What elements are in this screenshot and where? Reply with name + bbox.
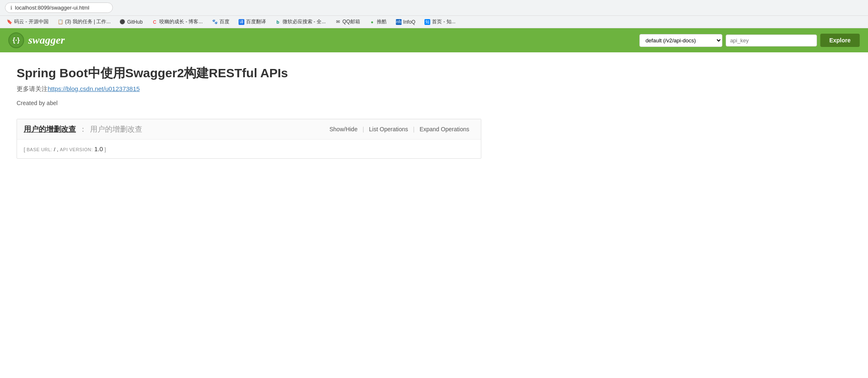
resource-separator: ： [79, 124, 87, 134]
resource-description: 用户的增删改查 [90, 124, 142, 134]
bookmarks-bar: 🔖 码云 - 开源中国 📋 (3) 我的任务 | 工作... ⚫ GitHub … [0, 16, 868, 28]
created-by: Created by abel [17, 100, 481, 106]
bookmark-label: QQ邮箱 [342, 18, 360, 25]
bookmark-icon-translate: 译 [239, 19, 244, 25]
bookmark-icon-mayun: 🔖 [7, 19, 12, 25]
resource-name[interactable]: 用户的增删改查 [24, 124, 76, 134]
bookmark-label: 百度 [219, 18, 229, 25]
bookmark-label: 首页 - 知... [432, 18, 456, 25]
swagger-controls: default (/v2/api-docs) Explore [639, 34, 860, 47]
bookmark-label: (3) 我的任务 | 工作... [65, 18, 111, 25]
address-bar[interactable]: ℹ localhost:8099/swagger-ui.html [5, 2, 113, 13]
bookmark-tuiku[interactable]: ● 推酷 [367, 17, 389, 26]
bookmark-label: GitHub [127, 19, 142, 25]
bookmark-label: 百度翻译 [246, 18, 266, 25]
api-title: Spring Boot中使用Swagger2构建RESTful APIs [17, 65, 481, 82]
list-operations-link[interactable]: List Operations [364, 126, 413, 133]
bookmark-icon-zhihu: 知 [424, 19, 430, 25]
resource-name-wrap: 用户的增删改查 ： 用户的增删改查 [24, 124, 142, 134]
base-url-close-bracket: ] [105, 146, 106, 152]
browser-address-bar: ℹ localhost:8099/swagger-ui.html [0, 0, 868, 16]
bookmark-icon-tuiku: ● [369, 19, 375, 25]
description-prefix: 更多请关注 [17, 85, 48, 92]
bookmark-label: 码云 - 开源中国 [14, 18, 49, 25]
bookmark-maYun[interactable]: 🔖 码云 - 开源中国 [4, 17, 51, 26]
bookmark-label: InfoQ [403, 19, 415, 25]
bookmark-icon-qqmail: ✉ [335, 19, 341, 25]
resource-header: 用户的增删改查 ： 用户的增删改查 Show/Hide | List Opera… [17, 119, 481, 140]
bookmark-icon-task: 📋 [58, 19, 63, 25]
bookmark-task[interactable]: 📋 (3) 我的任务 | 工作... [55, 17, 113, 26]
bookmark-label: 微软必应搜索 - 全... [283, 18, 326, 25]
swagger-title: swagger [28, 34, 65, 47]
bookmark-label: 咬幽的成长 - 博客... [159, 18, 203, 25]
swagger-header: {·} swagger default (/v2/api-docs) Explo… [0, 28, 868, 52]
api-key-input[interactable] [726, 34, 817, 47]
swagger-logo-icon: {·} [8, 32, 24, 48]
explore-button[interactable]: Explore [820, 34, 860, 47]
bookmark-zhihu[interactable]: 知 首页 - 知... [422, 17, 458, 26]
api-docs-select[interactable]: default (/v2/api-docs) [639, 34, 722, 47]
show-hide-link[interactable]: Show/Hide [324, 126, 363, 133]
expand-operations-link[interactable]: Expand Operations [414, 126, 474, 133]
base-url-value: / , [54, 146, 60, 152]
swagger-logo: {·} swagger [8, 32, 65, 48]
bookmark-icon-baidu: 🐾 [212, 19, 218, 25]
info-icon: ℹ [10, 5, 12, 11]
bookmark-baidu[interactable]: 🐾 百度 [210, 17, 232, 26]
bookmark-github[interactable]: ⚫ GitHub [117, 18, 145, 26]
api-version-value: 1.0 [94, 145, 103, 152]
api-description: 更多请关注https://blog.csdn.net/u012373815 [17, 85, 481, 93]
bookmark-qqmail[interactable]: ✉ QQ邮箱 [332, 17, 363, 26]
bookmark-blog[interactable]: C 咬幽的成长 - 博客... [149, 17, 205, 26]
api-version-label: API VERSION: [60, 147, 94, 152]
address-text: localhost:8099/swagger-ui.html [15, 5, 89, 11]
bookmark-label: 推酷 [377, 18, 387, 25]
main-content: Spring Boot中使用Swagger2构建RESTful APIs 更多请… [0, 52, 498, 179]
bookmark-translate[interactable]: 译 百度翻译 [236, 17, 268, 26]
bookmark-icon-bing: b [275, 19, 281, 25]
description-link[interactable]: https://blog.csdn.net/u012373815 [48, 85, 140, 92]
resource-actions: Show/Hide | List Operations | Expand Ope… [324, 126, 474, 133]
bookmark-bing[interactable]: b 微软必应搜索 - 全... [273, 17, 329, 26]
swagger-logo-symbol: {·} [13, 37, 20, 44]
resource-section: 用户的增删改查 ： 用户的增删改查 Show/Hide | List Opera… [17, 119, 481, 159]
bookmark-icon-blog: C [152, 19, 158, 25]
base-url-label: BASE URL: [27, 147, 54, 152]
bookmark-icon-github: ⚫ [119, 19, 125, 25]
bookmark-icon-infoq: Info [396, 19, 402, 25]
bookmark-infoq[interactable]: Info InfoQ [393, 18, 418, 26]
base-url-section: [ BASE URL: / , API VERSION: 1.0 ] [17, 140, 481, 158]
